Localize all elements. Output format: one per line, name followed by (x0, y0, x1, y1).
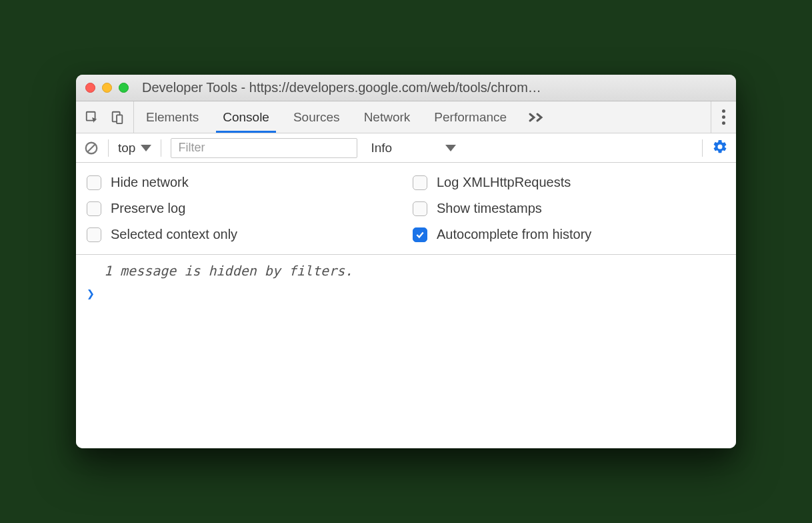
setting-label: Autocomplete from history (437, 227, 591, 242)
separator (161, 139, 161, 157)
minimize-window-button[interactable] (102, 83, 112, 93)
context-selector[interactable]: top (118, 141, 151, 155)
tabs-right-menu (711, 101, 736, 133)
level-label: Info (371, 141, 392, 155)
chevron-down-icon (445, 145, 456, 151)
tabs-row: Elements Console Sources Network Perform… (76, 101, 736, 133)
setting-selected-context[interactable]: Selected context only (87, 227, 399, 242)
inspect-element-icon[interactable] (84, 109, 100, 125)
checkbox[interactable] (87, 227, 101, 242)
close-window-button[interactable] (85, 83, 95, 93)
tab-label: Performance (434, 110, 507, 125)
tabs-left-tools (76, 101, 134, 133)
console-settings-panel: Hide network Log XMLHttpRequests Preserv… (76, 163, 736, 255)
tab-label: Network (364, 110, 411, 125)
titlebar: Developer Tools - https://developers.goo… (76, 75, 736, 101)
setting-log-xhr[interactable]: Log XMLHttpRequests (413, 175, 725, 190)
tab-elements[interactable]: Elements (134, 101, 211, 133)
checkbox[interactable] (87, 175, 101, 190)
traffic-lights (85, 83, 129, 93)
panel-tabs: Elements Console Sources Network Perform… (134, 101, 519, 133)
chevron-down-icon (141, 145, 151, 151)
setting-show-timestamps[interactable]: Show timestamps (413, 201, 725, 216)
console-filter-bar: top Info (76, 133, 736, 163)
setting-autocomplete-history[interactable]: Autocomplete from history (413, 227, 725, 242)
more-options-icon[interactable] (722, 109, 725, 125)
svg-line-4 (88, 144, 95, 151)
setting-preserve-log[interactable]: Preserve log (87, 201, 399, 216)
tab-console[interactable]: Console (211, 101, 281, 133)
console-prompt[interactable]: ❯ (85, 286, 727, 302)
tab-performance[interactable]: Performance (422, 101, 519, 133)
tab-sources[interactable]: Sources (281, 101, 352, 133)
clear-console-icon[interactable] (84, 141, 99, 155)
checkbox[interactable] (413, 175, 427, 190)
device-toolbar-icon[interactable] (109, 109, 125, 125)
setting-label: Preserve log (111, 201, 185, 216)
tabs-overflow-button[interactable] (519, 101, 555, 133)
console-output[interactable]: 1 message is hidden by filters. ❯ (76, 255, 736, 448)
zoom-window-button[interactable] (119, 83, 129, 93)
checkbox[interactable] (413, 227, 427, 242)
setting-label: Show timestamps (437, 201, 542, 216)
checkbox[interactable] (87, 201, 101, 216)
console-settings-icon[interactable] (712, 139, 728, 157)
setting-label: Log XMLHttpRequests (437, 175, 571, 190)
tab-label: Elements (146, 110, 199, 125)
setting-label: Selected context only (111, 227, 237, 242)
separator (702, 139, 703, 157)
devtools-window: Developer Tools - https://developers.goo… (76, 75, 736, 448)
checkbox[interactable] (413, 201, 427, 216)
setting-hide-network[interactable]: Hide network (87, 175, 399, 190)
hidden-messages-notice: 1 message is hidden by filters. (85, 262, 727, 286)
svg-rect-2 (117, 115, 122, 123)
context-label: top (118, 141, 135, 155)
tab-network[interactable]: Network (352, 101, 423, 133)
setting-label: Hide network (111, 175, 189, 190)
tab-label: Console (223, 110, 269, 125)
tab-label: Sources (293, 110, 340, 125)
filter-input[interactable] (171, 138, 357, 158)
log-level-selector[interactable]: Info (367, 141, 456, 155)
separator (108, 139, 109, 157)
window-title: Developer Tools - https://developers.goo… (139, 80, 727, 95)
